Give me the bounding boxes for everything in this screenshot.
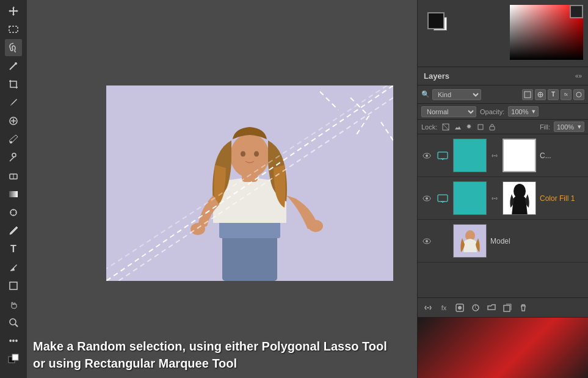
layer-2-name: Color Fill 1	[540, 194, 584, 203]
layer-row-3[interactable]: Model	[418, 220, 588, 263]
kind-dropdown[interactable]: Kind Name Effect Mode	[432, 89, 481, 100]
svg-point-49	[426, 240, 428, 242]
left-toolbar: T •••	[0, 0, 27, 378]
fill-value-box[interactable]: 100% ▾	[554, 122, 584, 132]
tool-healing[interactable]	[5, 112, 22, 129]
blend-mode-dropdown[interactable]: Normal Multiply Screen Overlay	[421, 106, 476, 117]
svg-point-7	[12, 153, 16, 157]
layer-1-link[interactable]	[490, 151, 499, 160]
tool-type[interactable]: T	[5, 241, 22, 258]
foreground-color-swatch[interactable]	[427, 12, 445, 29]
opacity-value: 100%	[511, 108, 528, 115]
filter-adjustment-btn[interactable]	[535, 89, 546, 100]
layer-3-name: Model	[490, 237, 584, 245]
layer-3-visibility[interactable]	[421, 236, 432, 247]
layer-1-thumbnail	[453, 139, 487, 172]
canvas-image	[106, 85, 393, 281]
filter-search-icon: 🔍	[421, 90, 430, 98]
layers-mask-btn[interactable]	[453, 301, 466, 314]
lock-position-btn[interactable]	[464, 122, 474, 132]
tool-select-rect[interactable]	[5, 21, 22, 38]
layer-1-visibility[interactable]	[421, 150, 432, 161]
svg-point-2	[15, 62, 17, 65]
filter-icons: T fx	[522, 89, 584, 100]
layers-adjustment-btn[interactable]	[469, 301, 482, 314]
svg-rect-10	[9, 191, 18, 197]
layer-row-1[interactable]: C...	[418, 134, 588, 177]
tool-move[interactable]	[5, 2, 22, 20]
layers-filter-row: 🔍 Kind Name Effect Mode T fx	[418, 85, 588, 104]
opacity-value-box[interactable]: 100% ▾	[508, 106, 539, 117]
tool-lasso[interactable]	[5, 39, 22, 56]
blend-row: Normal Multiply Screen Overlay Opacity: …	[418, 104, 588, 120]
tool-pen[interactable]	[5, 222, 22, 239]
foreground-small-swatch[interactable]	[570, 5, 583, 18]
tool-dodge[interactable]	[5, 204, 22, 221]
right-panel: Layers «» 🔍 Kind Name Effect Mode T	[417, 0, 588, 378]
filter-type-btn[interactable]: T	[548, 89, 559, 100]
svg-rect-29	[524, 92, 531, 98]
canvas-instruction-text: Make a Random selection, using either Po…	[33, 338, 399, 372]
tool-gradient[interactable]	[5, 186, 22, 203]
color-picker-area	[418, 0, 588, 67]
svg-point-42	[426, 197, 428, 200]
filter-smart-btn[interactable]	[573, 89, 584, 100]
lock-all-btn[interactable]	[487, 122, 497, 132]
lock-label: Lock:	[421, 123, 437, 131]
layer-2-link[interactable]	[490, 194, 499, 203]
bottom-gradient	[418, 318, 588, 378]
tool-foreground-bg[interactable]	[5, 351, 22, 368]
svg-line-14	[15, 324, 18, 327]
svg-point-31	[576, 92, 581, 97]
layers-list: C...	[418, 134, 588, 297]
canvas-image-container	[106, 85, 393, 281]
filter-pixel-btn[interactable]	[522, 89, 533, 100]
tool-more[interactable]: •••	[5, 332, 22, 349]
lock-icons	[441, 122, 497, 132]
svg-line-33	[443, 124, 449, 130]
svg-point-53	[458, 306, 462, 310]
tool-shape[interactable]	[5, 277, 22, 294]
lock-image-btn[interactable]	[452, 122, 462, 132]
svg-point-37	[426, 154, 428, 157]
svg-rect-35	[490, 126, 495, 130]
svg-rect-18	[222, 232, 277, 281]
lock-artboard-btn[interactable]	[476, 122, 485, 132]
instruction-line: Make a Random selection, using either Po…	[33, 340, 387, 370]
canvas-area[interactable]: Make a Random selection, using either Po…	[27, 0, 417, 378]
tool-crop[interactable]	[5, 76, 22, 93]
svg-rect-38	[438, 152, 448, 159]
layers-delete-btn[interactable]	[517, 301, 530, 314]
layers-panel: Layers «» 🔍 Kind Name Effect Mode T	[418, 67, 588, 378]
layer-2-visibility[interactable]	[421, 193, 432, 204]
layers-link-btn[interactable]	[421, 301, 435, 314]
svg-point-6	[10, 141, 12, 144]
svg-rect-55	[504, 305, 510, 311]
svg-point-21	[230, 134, 269, 178]
layer-row-2[interactable]: Color Fill 1	[418, 177, 588, 220]
tool-zoom[interactable]	[5, 314, 22, 331]
svg-point-23	[254, 151, 259, 157]
tool-eyedropper[interactable]	[5, 94, 22, 111]
filter-shape-btn[interactable]: fx	[561, 89, 572, 100]
layers-fx-btn[interactable]: fx	[437, 301, 451, 314]
lock-transparent-btn[interactable]	[441, 122, 451, 132]
svg-line-1	[10, 64, 15, 70]
tool-clone-stamp[interactable]	[5, 149, 22, 166]
tool-eraser[interactable]	[5, 167, 22, 184]
opacity-label: Opacity:	[480, 108, 504, 115]
opacity-arrow: ▾	[532, 107, 535, 115]
layers-group-btn[interactable]	[485, 301, 498, 314]
bottom-color-area	[418, 317, 588, 378]
svg-point-13	[10, 319, 16, 325]
tool-path-selection[interactable]	[5, 259, 22, 276]
layers-new-btn[interactable]	[501, 301, 514, 314]
svg-rect-12	[10, 282, 17, 289]
tool-magic-wand[interactable]	[5, 57, 22, 75]
layers-header: Layers «»	[418, 67, 588, 85]
tool-hand[interactable]	[5, 296, 22, 313]
tool-brush[interactable]	[5, 131, 22, 148]
fill-label: Fill:	[540, 123, 550, 131]
svg-point-24	[191, 223, 205, 235]
panel-collapse-arrows[interactable]: «»	[575, 73, 582, 79]
